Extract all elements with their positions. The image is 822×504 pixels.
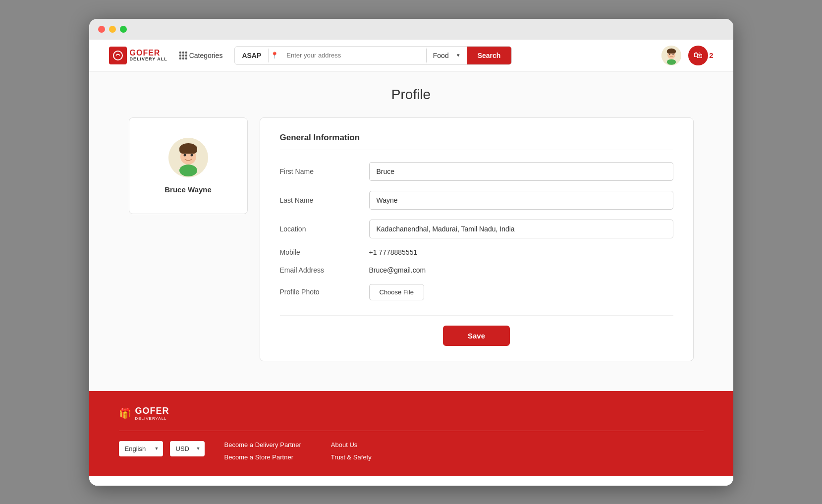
- about-us-link[interactable]: About Us: [331, 441, 372, 448]
- svg-point-7: [667, 59, 676, 64]
- form-row-lastname: Last Name: [280, 191, 673, 210]
- search-bar: ASAP 📍 Food ▼ Search: [234, 46, 512, 65]
- form-row-location: Location: [280, 220, 673, 238]
- footer-logo-icon: 🎁: [119, 407, 131, 419]
- logo-text: GOFER DELIVERY ALL: [130, 49, 167, 62]
- form-row-email: Email Address Bruce@gmail.com: [280, 266, 673, 274]
- page-title: Profile: [129, 87, 694, 103]
- svg-rect-11: [179, 147, 197, 154]
- logo-icon: [109, 47, 127, 64]
- trust-safety-link[interactable]: Trust & Safety: [331, 453, 372, 461]
- close-button[interactable]: [98, 26, 105, 33]
- form-row-firstname: First Name: [280, 162, 673, 181]
- footer-sub: DELIVERYALL: [135, 416, 169, 421]
- header: GOFER DELIVERY ALL Categories ASAP 📍: [89, 40, 733, 72]
- footer-bottom: English French Spanish USD EUR GBP: [119, 441, 704, 461]
- header-right: 🛍 2: [661, 46, 713, 65]
- form-actions: Save: [280, 315, 673, 346]
- lastname-input[interactable]: [369, 191, 673, 210]
- maximize-button[interactable]: [120, 26, 127, 33]
- svg-point-13: [190, 154, 193, 156]
- location-input[interactable]: [369, 220, 673, 238]
- currency-select-wrap: USD EUR GBP: [170, 441, 205, 456]
- svg-point-12: [183, 154, 186, 156]
- mobile-value: +1 7778885551: [369, 248, 673, 256]
- user-avatar[interactable]: [661, 46, 681, 65]
- cart-icon: 🛍: [694, 50, 703, 60]
- lastname-label: Last Name: [280, 196, 359, 204]
- svg-point-5: [669, 54, 670, 55]
- food-select-wrap: Food ▼: [427, 48, 467, 63]
- footer-link-col-2: About Us Trust & Safety: [331, 441, 372, 461]
- browser-window: GOFER DELIVERY ALL Categories ASAP 📍: [89, 19, 733, 486]
- minimize-button[interactable]: [109, 26, 116, 33]
- firstname-input[interactable]: [369, 162, 673, 181]
- page-content: GOFER DELIVERY ALL Categories ASAP 📍: [89, 40, 733, 486]
- section-title: General Information: [280, 133, 673, 150]
- location-icon: 📍: [269, 52, 280, 59]
- svg-rect-4: [667, 50, 676, 54]
- logo-brand: GOFER: [130, 49, 167, 57]
- footer-divider: [119, 431, 704, 431]
- form-row-photo: Profile Photo Choose File: [280, 284, 673, 300]
- currency-select[interactable]: USD EUR GBP: [170, 441, 205, 456]
- location-label: Location: [280, 225, 359, 233]
- svg-point-0: [113, 51, 122, 60]
- mobile-label: Mobile: [280, 248, 359, 256]
- firstname-label: First Name: [280, 168, 359, 175]
- categories-label: Categories: [189, 52, 223, 59]
- become-store-partner-link[interactable]: Become a Store Partner: [224, 453, 301, 461]
- asap-button[interactable]: ASAP: [235, 47, 268, 64]
- footer-brand: GOFER: [135, 406, 169, 416]
- email-value: Bruce@gmail.com: [369, 266, 673, 274]
- profile-card: Bruce Wayne: [129, 117, 248, 214]
- address-input[interactable]: [280, 47, 426, 64]
- footer-select-group: English French Spanish USD EUR GBP: [119, 441, 205, 456]
- footer-logo: 🎁 GOFER DELIVERYALL: [119, 406, 704, 421]
- email-label: Email Address: [280, 266, 359, 274]
- footer-link-col-1: Become a Delivery Partner Become a Store…: [224, 441, 301, 461]
- logo-sub: DELIVERY ALL: [130, 57, 167, 62]
- svg-point-6: [672, 54, 673, 55]
- search-button[interactable]: Search: [467, 47, 512, 64]
- profile-form-area: General Information First Name Last Name…: [260, 117, 694, 361]
- footer-logo-text: GOFER DELIVERYALL: [135, 406, 169, 421]
- form-row-mobile: Mobile +1 7778885551: [280, 248, 673, 256]
- cart-area: 🛍 2: [688, 46, 713, 65]
- profile-layout: Bruce Wayne General Information First Na…: [129, 117, 694, 361]
- footer-links: Become a Delivery Partner Become a Store…: [224, 441, 372, 461]
- become-delivery-partner-link[interactable]: Become a Delivery Partner: [224, 441, 301, 448]
- save-button[interactable]: Save: [443, 326, 510, 346]
- chevron-down-icon: ▼: [456, 53, 461, 58]
- profile-avatar: [168, 138, 208, 177]
- cart-count: 2: [709, 51, 713, 59]
- language-select[interactable]: English French Spanish: [119, 441, 163, 456]
- food-select[interactable]: Food: [433, 52, 457, 59]
- browser-titlebar: [89, 19, 733, 40]
- cart-button[interactable]: 🛍: [688, 46, 708, 65]
- choose-file-button[interactable]: Choose File: [369, 284, 424, 300]
- categories-button[interactable]: Categories: [179, 52, 223, 59]
- profile-name: Bruce Wayne: [164, 185, 211, 194]
- footer: 🎁 GOFER DELIVERYALL English French Spani…: [89, 391, 733, 476]
- svg-point-14: [179, 165, 197, 176]
- logo[interactable]: GOFER DELIVERY ALL: [109, 47, 167, 64]
- main-content: Profile: [89, 72, 733, 391]
- photo-label: Profile Photo: [280, 288, 359, 296]
- grid-icon: [179, 52, 186, 59]
- language-select-wrap: English French Spanish: [119, 441, 163, 456]
